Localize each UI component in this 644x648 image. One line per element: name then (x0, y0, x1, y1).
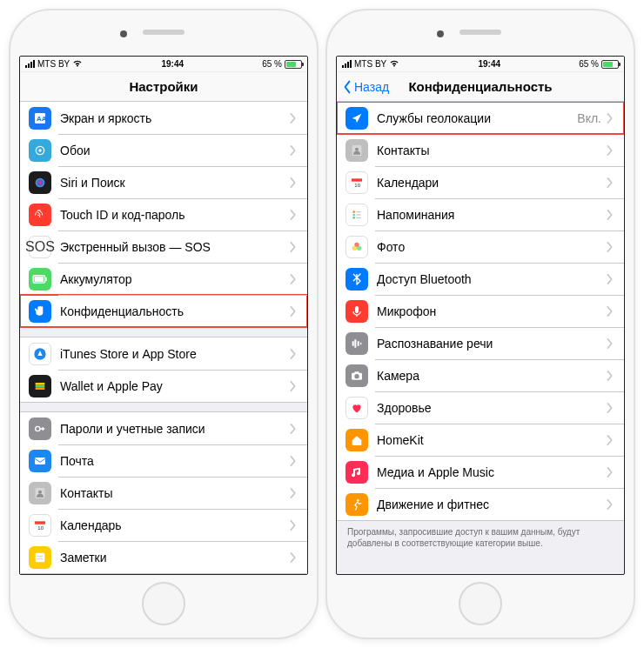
row-label: Пароли и учетные записи (60, 422, 290, 436)
svg-rect-7 (35, 277, 44, 282)
wallet-icon (29, 375, 51, 397)
list-row[interactable]: Почта (20, 444, 307, 477)
chevron-right-icon (290, 274, 297, 284)
chevron-right-icon (607, 210, 614, 220)
svg-rect-6 (45, 277, 46, 280)
row-label: Распознавание речи (377, 337, 607, 351)
back-button[interactable]: Назад (342, 80, 389, 94)
battery-icon (285, 60, 302, 69)
settings-group: iTunes Store и App StoreWallet и Apple P… (20, 337, 307, 403)
chevron-right-icon (290, 349, 297, 359)
battery-icon (601, 60, 619, 69)
list-row[interactable]: Пароли и учетные записи (20, 412, 307, 444)
list-row[interactable]: Wallet и Apple Pay (20, 370, 307, 402)
list-row[interactable]: AAЭкран и яркость (20, 102, 307, 134)
list-row[interactable]: Конфиденциальность (20, 295, 307, 327)
chevron-right-icon (290, 210, 297, 220)
chevron-right-icon (607, 242, 614, 252)
list-row[interactable]: Движение и фитнес (337, 488, 624, 520)
list-row[interactable]: 10Календари (337, 166, 624, 198)
chevron-right-icon (607, 467, 614, 478)
row-label: Камера (377, 369, 607, 383)
list-row[interactable]: Здоровье (337, 391, 624, 424)
list-row[interactable]: Аккумулятор (20, 263, 307, 295)
reminders-icon (345, 204, 368, 226)
svg-point-34 (352, 245, 357, 250)
chevron-right-icon (290, 488, 297, 498)
motion-icon (345, 493, 368, 516)
svg-point-29 (352, 217, 355, 219)
display-icon: AA (29, 107, 51, 130)
list-row[interactable]: Доступ Bluetooth (337, 263, 624, 295)
list-row[interactable]: Заметки (20, 541, 307, 573)
photos-icon (345, 236, 368, 258)
list-row[interactable]: Touch ID и код-пароль (20, 198, 307, 230)
back-label: Назад (354, 80, 389, 94)
list-row[interactable]: Напоминания (337, 198, 624, 230)
svg-point-28 (352, 213, 355, 216)
svg-point-12 (36, 426, 40, 431)
list-row[interactable]: Siri и Поиск (20, 166, 307, 198)
page-title: Настройки (129, 79, 198, 94)
sos-icon: SOS (29, 236, 51, 258)
chevron-right-icon (607, 338, 614, 349)
fingerprint-icon (29, 204, 51, 226)
svg-rect-10 (36, 384, 45, 387)
battery-percent: 65 % (579, 59, 599, 69)
svg-text:10: 10 (37, 524, 44, 530)
row-label: Touch ID и код-пароль (60, 208, 290, 222)
navbar: Настройки (20, 72, 307, 102)
list-row[interactable]: Службы геолокацииВкл. (337, 102, 624, 134)
row-label: Доступ Bluetooth (377, 272, 607, 286)
list-row[interactable]: Фото (337, 230, 624, 263)
chevron-right-icon (607, 403, 614, 413)
row-label: Фото (377, 240, 607, 254)
chevron-right-icon (607, 145, 614, 156)
row-label: HomeKit (377, 433, 607, 447)
chevron-right-icon (290, 456, 297, 466)
hand-icon (29, 300, 51, 323)
svg-point-38 (354, 374, 359, 378)
list-row[interactable]: SOSЭкстренный вызов — SOS (20, 230, 307, 263)
chevron-right-icon (290, 552, 297, 563)
list-row[interactable]: iTunes Store и App Store (20, 337, 307, 370)
calendar-icon: 10 (29, 514, 51, 537)
appstore-icon (29, 343, 51, 365)
list-row[interactable]: Обои (20, 134, 307, 166)
row-label: Wallet и Apple Pay (60, 379, 290, 393)
list-row[interactable]: Камера (337, 359, 624, 391)
list-row[interactable]: Микрофон (337, 295, 624, 327)
settings-list-left[interactable]: AAЭкран и яркостьОбоиSiri и ПоискTouch I… (20, 102, 307, 574)
wallpaper-icon (29, 139, 51, 162)
row-label: Контакты (377, 144, 607, 157)
microphone-icon (345, 300, 368, 323)
phone-left: MTS BY 19:44 65 % Настройки AAЭкран и яр… (9, 9, 319, 639)
battery-icon (29, 268, 51, 291)
clock: 19:44 (161, 59, 184, 69)
settings-group: Пароли и учетные записиПочтаКонтакты10Ка… (20, 411, 307, 574)
row-label: Микрофон (377, 304, 607, 318)
footer-note: Программы, запросившие доступ к вашим да… (337, 521, 624, 549)
row-label: Экстренный вызов — SOS (60, 240, 290, 254)
homekit-icon (345, 429, 368, 451)
wifi-icon (72, 59, 83, 69)
contacts-icon (29, 482, 51, 504)
list-row[interactable]: Распознавание речи (337, 327, 624, 359)
list-row[interactable]: Медиа и Apple Music (337, 456, 624, 488)
chevron-right-icon (607, 499, 614, 510)
list-row[interactable]: 10Календарь (20, 509, 307, 541)
settings-list-right[interactable]: Службы геолокацииВкл.Контакты10Календари… (337, 102, 624, 574)
list-row[interactable]: HomeKit (337, 424, 624, 456)
list-row[interactable]: Контакты (337, 134, 624, 166)
chevron-right-icon (607, 274, 614, 284)
svg-point-15 (38, 490, 42, 493)
row-label: Почта (60, 454, 290, 468)
row-label: Контакты (60, 486, 290, 500)
settings-group: Службы геолокацииВкл.Контакты10Календари… (337, 102, 624, 521)
chevron-right-icon (290, 306, 297, 317)
music-icon (345, 461, 368, 484)
chevron-right-icon (290, 424, 297, 434)
list-row[interactable]: Контакты (20, 477, 307, 509)
row-value: Вкл. (577, 111, 601, 125)
screen-left: MTS BY 19:44 65 % Настройки AAЭкран и яр… (19, 56, 308, 575)
